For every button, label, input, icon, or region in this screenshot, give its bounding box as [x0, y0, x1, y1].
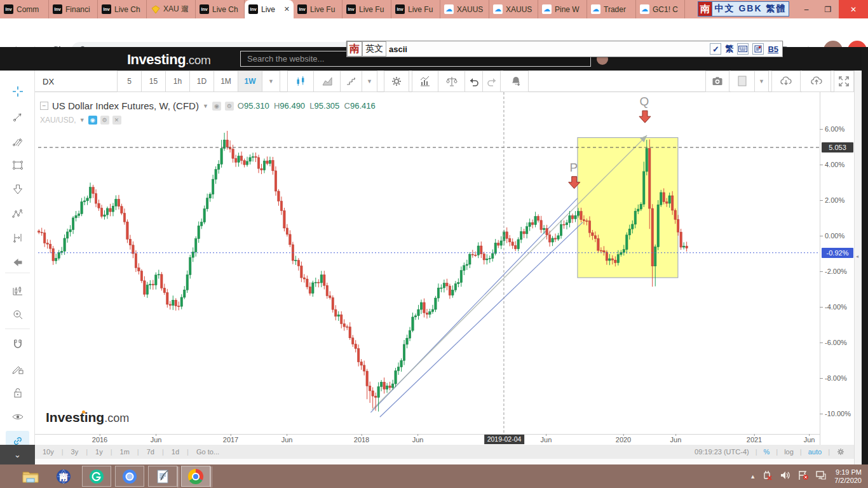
xabcd-pattern-tool[interactable] — [6, 203, 29, 224]
drawing-lock-tool[interactable] — [6, 358, 29, 379]
restore-button[interactable]: ❐ — [817, 0, 839, 18]
ime-traditional-toggle[interactable]: 繁 — [725, 43, 733, 55]
area-chart-button[interactable] — [314, 71, 341, 92]
camera-button[interactable] — [705, 71, 729, 92]
legend-collapse-icon[interactable]: − — [40, 102, 48, 110]
chart-type-dropdown[interactable]: ▼ — [362, 71, 377, 92]
fullscreen-button[interactable] — [834, 71, 854, 92]
timeframe-5[interactable]: 5 — [118, 71, 142, 92]
taskbar-chrome[interactable] — [181, 466, 210, 487]
tab-live-fu[interactable]: InvLive Fu — [294, 0, 342, 18]
tab-live[interactable]: InvLive✕ — [245, 0, 294, 18]
tab-xau-[interactable]: XAU 遛 — [147, 0, 196, 18]
remove-icon[interactable]: ✕ — [112, 116, 121, 125]
ime-b5-icon[interactable]: B5 — [768, 44, 778, 54]
percent-scale-button[interactable]: % — [764, 448, 770, 456]
date-range-tool[interactable] — [6, 227, 29, 248]
sidebar-collapse-chevron[interactable]: ⌄ — [0, 445, 35, 464]
range-3y[interactable]: 3y — [64, 448, 86, 456]
chart-title[interactable]: US Dollar Index Futures, W, (CFD) — [52, 100, 199, 111]
panel-collapse-strip[interactable]: ◂ — [854, 71, 862, 464]
timeframe-1w[interactable]: 1W — [238, 71, 262, 92]
range-1m[interactable]: 1m — [112, 448, 137, 456]
arrow-down-tool[interactable] — [6, 179, 29, 200]
ime-language-panel[interactable]: 南 中文 GBK 繁體 — [698, 1, 789, 17]
timeframe-1h[interactable]: 1h — [166, 71, 190, 92]
timeframe-1m[interactable]: 1M — [214, 71, 238, 92]
tab-close-icon[interactable]: ✕ — [284, 5, 290, 13]
zoom-in-tool[interactable] — [6, 304, 29, 325]
goto-button[interactable]: Go to... — [189, 448, 227, 456]
symbol-input[interactable]: DX — [35, 71, 118, 92]
minimize-button[interactable]: – — [796, 0, 817, 18]
range-10y[interactable]: 10y — [35, 448, 62, 456]
taskbar-file-explorer[interactable] — [16, 466, 45, 487]
eye-tool[interactable] — [6, 407, 29, 427]
taskbar-clock[interactable]: 9:19 PM 7/2/2020 — [832, 468, 868, 485]
rectangle-tool[interactable] — [6, 155, 29, 175]
chevron-down-icon[interactable]: ▼ — [203, 103, 208, 109]
background-button[interactable] — [731, 71, 755, 92]
tab-live-fu[interactable]: InvLive Fu — [342, 0, 391, 18]
ime-keyboard-icon[interactable] — [737, 43, 749, 55]
trend-line-tool[interactable] — [6, 107, 29, 127]
back-arrow-tool[interactable] — [6, 252, 29, 273]
undo-button[interactable] — [465, 71, 483, 92]
hidden-icons-arrow[interactable]: ▲ — [750, 473, 756, 480]
tab-comm[interactable]: InvComm — [0, 0, 49, 18]
ime-language-text[interactable]: 中文 GBK 繁體 — [712, 3, 789, 15]
close-button[interactable]: ✕ — [839, 0, 868, 18]
gear-button[interactable] — [384, 71, 409, 92]
taskbar-openoffice[interactable] — [148, 466, 177, 487]
tab-live-ch[interactable]: InvLive Ch — [98, 0, 147, 18]
ime-badge[interactable]: 南 — [698, 2, 712, 16]
ime-notepad-icon[interactable] — [752, 43, 764, 55]
range-1d[interactable]: 1d — [164, 448, 187, 456]
cloud-upload-button[interactable] — [802, 71, 831, 92]
tab-financi[interactable]: InvFinanci — [49, 0, 98, 18]
chevron-down-icon[interactable]: ▼ — [79, 117, 85, 123]
timeframe-15[interactable]: 15 — [142, 71, 166, 92]
tab-gc1-c[interactable]: ☁GC1! C — [636, 0, 685, 18]
price-chart[interactable]: PQ — [35, 92, 820, 434]
taskbar-grammarly[interactable] — [82, 466, 111, 487]
log-scale-button[interactable]: log — [784, 448, 794, 456]
lock-tool[interactable] — [6, 383, 29, 403]
action-center-error-icon[interactable] — [797, 470, 809, 483]
step-chart-button[interactable] — [341, 71, 362, 92]
network-icon[interactable] — [815, 470, 827, 483]
settings-icon[interactable]: ⚙ — [100, 116, 109, 125]
tab-live-ch[interactable]: InvLive Ch — [196, 0, 245, 18]
tab-xauus[interactable]: ☁XAUUS — [489, 0, 538, 18]
pitchfork-tool[interactable] — [6, 131, 29, 151]
taskbar-chromium[interactable] — [115, 466, 144, 487]
price-axis[interactable]: 6.00%4.00%2.00%0.00%-2.00%-4.00%-6.00%-8… — [820, 92, 854, 445]
auto-scale-button[interactable]: auto — [808, 448, 822, 456]
tab-live-fu[interactable]: InvLive Fu — [391, 0, 440, 18]
cloud-download-button[interactable] — [771, 71, 801, 92]
visibility-icon[interactable]: ◉ — [212, 102, 221, 111]
magnet-tool[interactable] — [6, 334, 29, 355]
ime-badge[interactable]: 南 — [347, 41, 362, 57]
tab-xauus[interactable]: ☁XAUUS — [440, 0, 489, 18]
ime-input-bar[interactable]: 南 英文 ascii ✓ 繁 B5 — [346, 41, 783, 57]
taskbar-ime-globe[interactable]: 南 — [49, 466, 78, 487]
tab-trader[interactable]: ☁Trader — [587, 0, 636, 18]
visibility-icon[interactable]: ◉ — [88, 116, 97, 125]
tab-pine-w[interactable]: ☁Pine W — [538, 0, 587, 18]
ime-mode-label[interactable]: 英文 — [362, 41, 386, 57]
overlay-symbol[interactable]: XAU/USD, — [40, 116, 76, 125]
candlestick-button[interactable] — [287, 71, 314, 92]
timeframe-dropdown[interactable]: ▼ — [262, 71, 280, 92]
time-axis[interactable]: 2016Jun2017Jun2018Jun2019-02-04Jun2020Ju… — [35, 434, 820, 445]
background-dropdown[interactable]: ▼ — [755, 71, 769, 92]
ime-checkbox-icon[interactable]: ✓ — [710, 43, 721, 55]
range-7d[interactable]: 7d — [139, 448, 162, 456]
axis-settings-button[interactable] — [836, 447, 845, 456]
settings-icon[interactable]: ⚙ — [225, 102, 234, 111]
bar-pattern-tool[interactable] — [6, 280, 29, 301]
indicators-button[interactable] — [412, 71, 438, 92]
redo-button[interactable] — [483, 71, 501, 92]
crosshair-tool[interactable] — [6, 81, 29, 102]
compare-button[interactable] — [438, 71, 465, 92]
